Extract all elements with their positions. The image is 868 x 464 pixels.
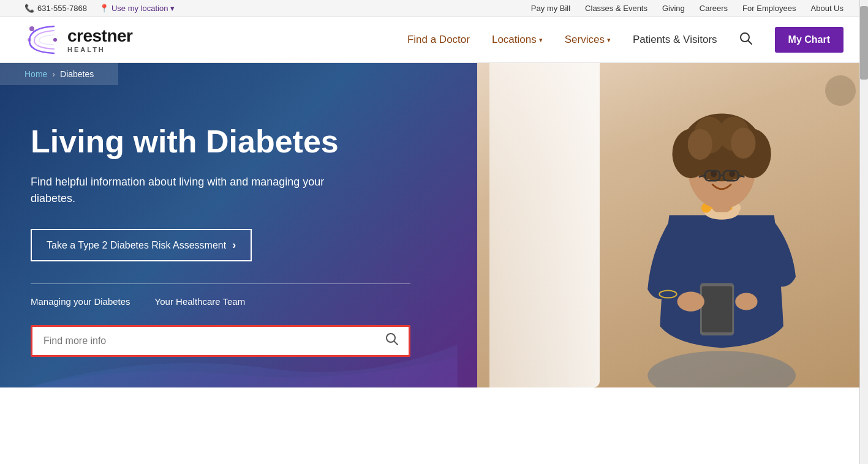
top-utility-bar: 📞 631-555-7868 📍 Use my location ▾ Pay m… <box>0 0 868 17</box>
about-us-link[interactable]: About Us <box>811 4 843 13</box>
svg-point-26 <box>731 127 755 158</box>
logo[interactable]: crestner HEALTH <box>25 21 133 58</box>
pay-bill-link[interactable]: Pay my Bill <box>531 4 570 13</box>
phone-icon: 📞 <box>25 4 34 13</box>
hero-divider <box>31 283 410 284</box>
classes-events-link[interactable]: Classes & Events <box>585 4 647 13</box>
scrollbar-thumb[interactable] <box>860 6 868 80</box>
locations-nav[interactable]: Locations ▾ <box>492 18 543 62</box>
top-bar-right: Pay my Bill Classes & Events Giving Care… <box>531 4 843 13</box>
giving-link[interactable]: Giving <box>662 4 685 13</box>
hero-image <box>477 63 868 387</box>
logo-text: crestner HEALTH <box>67 26 133 53</box>
svg-point-11 <box>735 293 757 310</box>
search-submit-button[interactable] <box>376 332 409 350</box>
hero-title: Living with Diabetes <box>31 124 453 159</box>
svg-point-33 <box>729 171 735 177</box>
services-nav[interactable]: Services ▾ <box>565 18 611 62</box>
patients-visitors-nav[interactable]: Patients & Visitors <box>633 18 717 62</box>
location-selector[interactable]: 📍 Use my location ▾ <box>99 4 175 13</box>
breadcrumb-home-link[interactable]: Home <box>25 69 47 79</box>
main-navigation: crestner HEALTH Find a Doctor Locations … <box>0 17 868 63</box>
logo-icon <box>25 21 61 58</box>
svg-point-2 <box>53 38 57 42</box>
breadcrumb: Home › Diabetes <box>0 63 118 85</box>
svg-point-32 <box>711 171 717 177</box>
healthcare-team-link[interactable]: Your Healthcare Team <box>155 296 246 307</box>
search-nav-icon[interactable] <box>739 32 753 48</box>
svg-line-4 <box>748 40 752 44</box>
find-doctor-nav[interactable]: Find a Doctor <box>407 18 470 62</box>
locations-chevron-icon: ▾ <box>539 36 543 44</box>
dropdown-arrow-icon: ▾ <box>170 4 175 13</box>
arrow-right-icon: › <box>232 239 236 252</box>
svg-point-0 <box>29 26 34 31</box>
managing-diabetes-link[interactable]: Managing your Diabetes <box>31 296 130 307</box>
location-pin-icon: 📍 <box>99 4 109 13</box>
breadcrumb-separator: › <box>52 69 55 79</box>
nav-links: Find a Doctor Locations ▾ Services ▾ Pat… <box>407 18 843 62</box>
top-bar-left: 📞 631-555-7868 📍 Use my location ▾ <box>25 4 175 13</box>
svg-point-7 <box>647 351 796 387</box>
svg-point-10 <box>677 291 704 311</box>
scrollbar[interactable] <box>859 0 868 387</box>
search-box <box>31 325 410 357</box>
breadcrumb-current-page: Diabetes <box>60 69 94 79</box>
risk-assessment-button[interactable]: Take a Type 2 Diabetes Risk Assessment › <box>31 229 252 261</box>
hero-section: Home › Diabetes Living with Diabetes Fin… <box>0 63 868 387</box>
hero-quick-links: Managing your Diabetes Your Healthcare T… <box>31 296 453 307</box>
hero-subtitle: Find helpful information about living wi… <box>31 174 325 207</box>
for-employees-link[interactable]: For Employees <box>742 4 796 13</box>
svg-rect-9 <box>702 286 732 332</box>
services-chevron-icon: ▾ <box>607 36 611 44</box>
my-chart-button[interactable]: My Chart <box>775 27 843 53</box>
svg-line-6 <box>394 342 398 345</box>
svg-point-25 <box>687 129 712 159</box>
search-input[interactable] <box>32 327 376 355</box>
careers-link[interactable]: Careers <box>700 4 728 13</box>
hero-content: Living with Diabetes Find helpful inform… <box>0 81 477 387</box>
phone-number[interactable]: 📞 631-555-7868 <box>25 4 87 13</box>
